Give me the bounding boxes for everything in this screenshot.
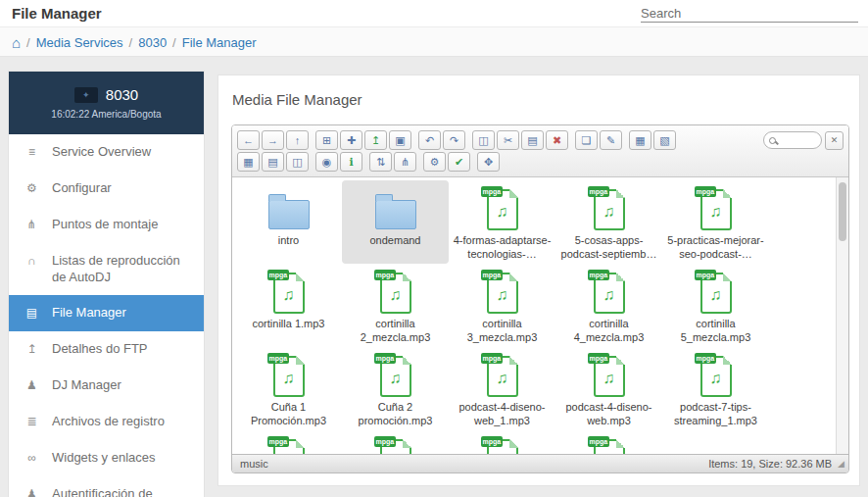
- file-item[interactable]: mpga♫5-cosas-apps-podcast-septiemb…: [555, 180, 662, 264]
- sidebar-item-6[interactable]: ♟DJ Manager: [9, 368, 204, 404]
- duplicate-button[interactable]: ❏: [575, 130, 598, 150]
- cut-button[interactable]: ✂: [497, 130, 519, 150]
- sidebar-item-7[interactable]: ≣Archivos de registro: [9, 404, 204, 440]
- audio-file-icon: mpga♫: [594, 273, 625, 314]
- scrollbar-thumb[interactable]: [839, 182, 846, 241]
- resize-grip-icon[interactable]: ◢: [838, 459, 844, 469]
- file-icon-wrap: mpga♫: [487, 435, 518, 454]
- file-icon-wrap: mpga♫: [594, 352, 625, 401]
- fm-search-input[interactable]: [780, 135, 815, 146]
- file-item[interactable]: mpga♫podcast-4-diseno-web.mp3: [555, 347, 662, 430]
- file-name: 5-cosas-apps-podcast-septiemb…: [558, 234, 659, 262]
- breadcrumb-link-2[interactable]: File Manager: [182, 35, 257, 50]
- sidebar-item-2[interactable]: ⋔Puntos de montaje: [9, 207, 204, 243]
- save-button[interactable]: ▣: [389, 130, 411, 150]
- breadcrumb-link-0[interactable]: Media Services: [36, 35, 123, 50]
- vertical-scrollbar[interactable]: [836, 177, 848, 454]
- search-clear-button[interactable]: ✕: [825, 131, 844, 150]
- back-button[interactable]: ←: [237, 130, 260, 150]
- breadcrumb-separator: /: [129, 35, 133, 50]
- file-item[interactable]: mpga♫5-practicas-mejorar-seo-podcast-…: [662, 180, 769, 264]
- file-item[interactable]: mpga♫: [555, 430, 662, 454]
- sidebar-item-3[interactable]: ∩Listas de reproducción de AutoDJ: [9, 243, 204, 295]
- fm-body: introondemandmpga♫4-formas-adaptarse-tec…: [232, 177, 848, 454]
- page-fold: [403, 356, 411, 365]
- sidebar-item-1[interactable]: ⚙Configurar: [9, 171, 204, 207]
- page-fold: [723, 189, 732, 198]
- file-item[interactable]: mpga♫Cuña 2 promoción.mp3: [342, 347, 449, 430]
- file-item[interactable]: ondemand: [342, 180, 449, 264]
- rename-button[interactable]: ✎: [600, 130, 622, 150]
- view-list-button[interactable]: ▤: [262, 152, 284, 172]
- audio-file-icon: mpga♫: [487, 273, 518, 314]
- file-item[interactable]: mpga♫: [342, 430, 449, 454]
- page-fold: [403, 273, 411, 281]
- archive-button[interactable]: ▦: [629, 130, 651, 150]
- sidebar-item-8[interactable]: ∞Widgets y enlaces: [9, 440, 204, 476]
- file-item[interactable]: mpga♫cortinilla 5_mezcla.mp3: [662, 264, 769, 347]
- sidebar-item-9[interactable]: ♟Autentificación de stream: [9, 476, 204, 497]
- page: { "topbar": { "title": "File Manager", "…: [0, 0, 868, 497]
- file-item[interactable]: mpga♫cortinilla 1.mp3: [235, 264, 342, 347]
- new-folder-button[interactable]: ⊞: [315, 130, 338, 150]
- file-manager-widget: ←→↑⊞✚↥▣↶↷◫✂▤✖❏✎▦▧ ✕ ▦▤◫◉ℹ⇅⋔⚙✔✥ introonde…: [231, 124, 849, 473]
- tree-button[interactable]: ⋔: [394, 152, 416, 172]
- global-search-input[interactable]: [641, 4, 858, 23]
- delete-button[interactable]: ✖: [546, 130, 568, 150]
- file-icon-wrap: mpga♫: [487, 269, 518, 318]
- settings-button[interactable]: ⚙: [423, 152, 446, 172]
- new-file-button[interactable]: ✚: [340, 130, 362, 150]
- page-fold: [616, 189, 625, 198]
- file-name: cortinilla 1.mp3: [253, 318, 325, 331]
- file-item[interactable]: mpga♫: [235, 430, 342, 454]
- file-item[interactable]: mpga♫4-formas-adaptarse-tecnologias-…: [449, 180, 555, 264]
- upload-icon: ↥: [24, 341, 39, 358]
- paste-button[interactable]: ▤: [521, 130, 544, 150]
- breadcrumb-link-1[interactable]: 8030: [138, 35, 167, 50]
- toolbar-groups-1: ▦▤◫◉ℹ⇅⋔⚙✔✥: [237, 152, 500, 172]
- fm-status-bar: music Items: 19, Size: 92.36 MB ◢: [232, 454, 848, 472]
- search-icon: [769, 137, 776, 144]
- undo-button[interactable]: ↶: [418, 130, 441, 150]
- file-item[interactable]: mpga♫cortinilla 3_mezcla.mp3: [449, 264, 555, 347]
- page-fold: [296, 273, 305, 281]
- extract-button[interactable]: ▧: [653, 130, 676, 150]
- file-item[interactable]: mpga♫Cuña 1 Promoción.mp3: [235, 347, 342, 430]
- gears-icon: ⚙: [24, 180, 39, 197]
- page-fold: [509, 273, 518, 281]
- sidebar-item-4[interactable]: ▤File Manager: [9, 295, 204, 331]
- file-item[interactable]: mpga♫: [449, 430, 555, 454]
- page-fold: [616, 356, 625, 365]
- info-button[interactable]: ℹ: [340, 152, 362, 172]
- up-button[interactable]: ↑: [286, 130, 309, 150]
- sidebar-item-0[interactable]: ≡Service Overview: [9, 134, 204, 171]
- view-compact-button[interactable]: ◫: [286, 152, 309, 172]
- file-name: ondemand: [370, 234, 421, 248]
- audio-file-icon: mpga♫: [594, 189, 625, 230]
- file-name: Cuña 2 promoción.mp3: [345, 401, 446, 428]
- file-item[interactable]: mpga♫cortinilla 4_mezcla.mp3: [555, 264, 662, 347]
- redo-button[interactable]: ↷: [443, 130, 465, 150]
- sidebar: ✦ 8030 16:02:22 America/Bogota ≡Service …: [8, 71, 205, 497]
- toolbar-row-1: ▦▤◫◉ℹ⇅⋔⚙✔✥: [237, 152, 844, 172]
- fullscreen-button[interactable]: ✥: [477, 152, 500, 172]
- file-item[interactable]: mpga♫podcast-7-tips-streaming_1.mp3: [662, 347, 769, 430]
- page-fold: [723, 273, 732, 281]
- sort-button[interactable]: ⇅: [369, 152, 392, 172]
- sidebar-item-5[interactable]: ↥Detalhes do FTP: [9, 331, 204, 368]
- sidebar-header: ✦ 8030 16:02:22 America/Bogota: [9, 72, 204, 134]
- file-item[interactable]: mpga♫cortinilla 2_mezcla.mp3: [342, 264, 449, 347]
- file-item[interactable]: intro: [235, 180, 342, 264]
- view-icons-button[interactable]: ▦: [237, 152, 260, 172]
- server-row: ✦ 8030: [74, 86, 138, 103]
- forward-button[interactable]: →: [262, 130, 284, 150]
- copy-button[interactable]: ◫: [472, 130, 495, 150]
- home-icon[interactable]: ⌂: [12, 34, 21, 51]
- file-item[interactable]: mpga♫podcast-4-diseno-web_1.mp3: [449, 347, 555, 430]
- page-fold: [509, 189, 518, 198]
- fm-search-box[interactable]: [763, 131, 822, 149]
- upload-button[interactable]: ↥: [364, 130, 387, 150]
- audio-file-icon: mpga♫: [380, 356, 411, 397]
- ok-button[interactable]: ✔: [448, 152, 470, 172]
- preview-button[interactable]: ◉: [315, 152, 338, 172]
